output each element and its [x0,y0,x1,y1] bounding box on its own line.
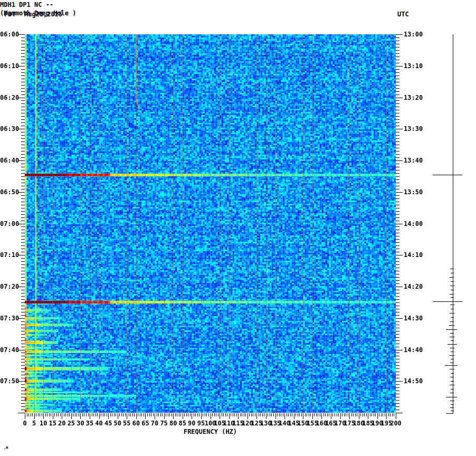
spectrogram-heatmap [25,34,396,413]
time-label-right: 13:10 [404,63,430,69]
time-label-left: 07:30 [0,315,18,321]
time-label-left: 07:00 [0,221,18,227]
time-label-right: 14:40 [404,347,430,353]
time-label-right: 14:10 [404,252,430,258]
time-label-left: 06:20 [0,94,18,101]
station-subtitle: (Mammoth Deep Hole ) [0,10,371,16]
time-label-left: 06:40 [0,157,18,164]
time-label-right: 13:00 [404,31,430,37]
time-label-right: 14:00 [404,221,430,227]
time-label-right: 13:20 [404,94,430,101]
spectrogram-page: { "header": { "tz_left": "PDT", "date": … [0,0,476,456]
frequency-axis-title: FREQUENCY (HZ) [25,429,396,435]
time-label-left: 06:50 [0,189,18,195]
time-label-left: 07:20 [0,283,18,290]
time-label-left: 06:10 [0,63,18,69]
time-label-right: 14:30 [404,315,430,321]
time-label-left: 06:30 [0,126,18,132]
time-label-left: 06:00 [0,31,18,37]
corner-mark: .M [4,446,8,450]
time-label-right: 13:30 [404,126,430,132]
timezone-right-label: UTC [397,11,409,17]
time-label-left: 07:10 [0,252,18,258]
station-title: MDH1 DP1 NC -- [0,2,371,8]
time-label-left: 07:40 [0,347,18,353]
time-label-left: 07:50 [0,378,18,384]
time-label-right: 14:50 [404,378,430,384]
time-label-right: 13:40 [404,157,430,164]
time-label-right: 13:50 [404,189,430,195]
time-label-right: 14:20 [404,283,430,290]
freq-tick-label: 200 [385,420,406,426]
